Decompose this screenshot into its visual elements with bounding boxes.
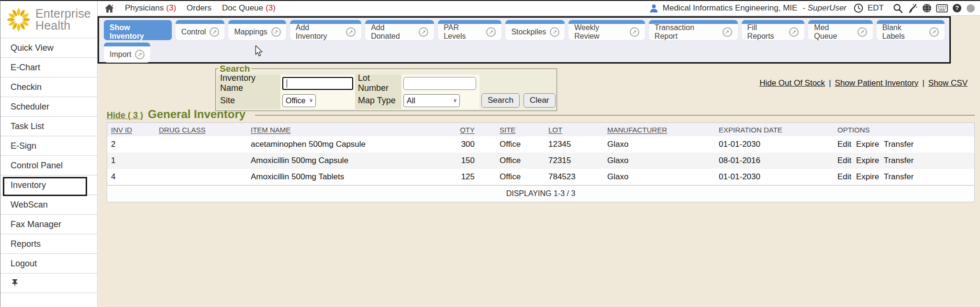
heading-rule	[255, 115, 975, 116]
tab-control[interactable]: Control↗	[176, 20, 225, 40]
external-link-icon[interactable]: ↗	[929, 27, 939, 37]
sidebar-item-quick-view[interactable]: Quick View	[0, 38, 97, 58]
topbar-nav-physicians[interactable]: Physicians(3)	[125, 3, 176, 13]
map-type-select[interactable]: All	[403, 94, 460, 107]
globe-icon[interactable]	[922, 3, 932, 13]
external-link-icon[interactable]: ↗	[630, 27, 639, 37]
tab-med-queue[interactable]: Med Queue↗	[808, 20, 872, 40]
home-icon[interactable]	[104, 4, 114, 13]
expire-link[interactable]: Expire	[856, 172, 879, 181]
tab-import[interactable]: Import↗	[104, 43, 150, 63]
topbar-nav-doc-queue[interactable]: Doc Queue(3)	[222, 3, 276, 13]
clock-icon[interactable]	[854, 3, 863, 13]
expire-link[interactable]: Expire	[856, 140, 879, 149]
expire-link[interactable]: Expire	[856, 156, 879, 165]
external-link-icon[interactable]: ↗	[135, 50, 145, 59]
lot-number-input[interactable]	[403, 77, 476, 90]
sidebar-item-scheduler[interactable]: Scheduler	[0, 97, 97, 117]
tab-fill-reports[interactable]: Fill Reports↗	[742, 20, 805, 40]
cell-qty: 150	[445, 153, 500, 169]
tab-transaction-report[interactable]: Transaction Report↗	[649, 20, 738, 40]
cell-qty: 300	[445, 136, 500, 153]
sidebar-item-webscan[interactable]: WebScan	[0, 195, 97, 215]
tab-show-inventory[interactable]: Show Inventory	[104, 20, 172, 40]
external-link-icon[interactable]: ↗	[346, 27, 356, 37]
sidebar-item-control-panel[interactable]: Control Panel	[0, 156, 97, 175]
transfer-link[interactable]: Transfer	[884, 172, 914, 181]
external-link-icon[interactable]: ↗	[419, 27, 428, 37]
col-item-name[interactable]: ITEM NAME	[251, 126, 290, 134]
external-link-icon[interactable]: ↗	[789, 27, 799, 37]
site-select-wrap: Office	[282, 94, 316, 107]
hide-count-link[interactable]: Hide ( 3 )	[107, 110, 143, 121]
sidebar-item-checkin[interactable]: Checkin	[0, 77, 97, 97]
edit-link[interactable]: Edit	[837, 172, 851, 181]
external-link-icon[interactable]: ↗	[271, 27, 281, 37]
tab-mappings[interactable]: Mappings↗	[228, 20, 286, 40]
cell-manufacturer: Glaxo	[607, 136, 719, 153]
inventory-table-container: INV ID DRUG CLASS ITEM NAME QTY SITE LOT…	[107, 122, 975, 202]
inventory-name-input[interactable]	[282, 77, 353, 90]
wand-icon[interactable]	[907, 3, 918, 13]
tab-add-inventory[interactable]: Add Inventory↗	[290, 20, 361, 40]
cell-expiration-date: 01-01-2030	[719, 169, 837, 186]
search-icon[interactable]	[893, 3, 903, 13]
cell-site: Office	[500, 169, 548, 186]
cell-expiration-date: 08-01-2016	[719, 153, 837, 169]
edit-link[interactable]: Edit	[837, 156, 851, 165]
transfer-link[interactable]: Transfer	[884, 156, 914, 165]
sidebar-pin-toggle[interactable]	[0, 274, 97, 293]
inventory-name-label: Inventory Name	[217, 75, 280, 92]
external-link-icon[interactable]: ↗	[550, 27, 559, 37]
tab-stockpiles[interactable]: Stockpiles↗	[505, 20, 565, 40]
cell-drug-class	[155, 153, 247, 169]
col-lot[interactable]: LOT	[548, 126, 562, 134]
cell-expiration-date: 01-01-2030	[719, 136, 837, 153]
tab-add-donated[interactable]: Add Donated↗	[365, 20, 434, 40]
hide-out-of-stock-link[interactable]: Hide Out Of Stock	[759, 78, 825, 88]
cell-lot: 72315	[548, 153, 607, 169]
edit-link[interactable]: Edit	[837, 140, 851, 149]
help-icon[interactable]: ?	[952, 3, 962, 13]
site-select[interactable]: Office	[282, 94, 316, 107]
external-link-icon[interactable]: ↗	[486, 27, 496, 37]
tab-par-levels[interactable]: PAR Levels↗	[438, 20, 501, 40]
show-patient-inventory-link[interactable]: Show Patient Inventory	[835, 78, 919, 88]
search-panel: Search Inventory Name Lot Number Site Of…	[215, 64, 557, 111]
col-expiration-date: EXPIRATION DATE	[719, 126, 782, 134]
quick-links: Hide Out Of Stock | Show Patient Invento…	[759, 78, 968, 88]
col-inv-id[interactable]: INV ID	[111, 126, 132, 134]
transfer-link[interactable]: Transfer	[884, 140, 914, 149]
lot-number-label: Lot Number	[355, 75, 401, 92]
sidebar-item-e-chart[interactable]: E-Chart	[0, 58, 97, 77]
cell-drug-class	[155, 169, 247, 186]
user-role: - SuperUser	[802, 3, 846, 13]
external-link-icon[interactable]: ↗	[210, 27, 219, 37]
sidebar-item-logout[interactable]: Logout	[0, 254, 97, 274]
topbar: Physicians(3) Orders Doc Queue(3) Medica…	[98, 1, 980, 16]
sidebar-item-task-list[interactable]: Task List	[0, 117, 97, 136]
col-drug-class[interactable]: DRUG CLASS	[159, 126, 206, 134]
tab-blank-labels[interactable]: Blank Labels↗	[877, 20, 945, 40]
user-name[interactable]: Medical Informatics Engineering, MIE	[663, 3, 798, 13]
main-content: Show Inventory Control↗ Mappings↗ Add In…	[98, 16, 980, 307]
search-button[interactable]: Search	[481, 93, 520, 108]
table-header-row: INV ID DRUG CLASS ITEM NAME QTY SITE LOT…	[107, 123, 974, 136]
tab-row-2: Import↗	[104, 43, 945, 63]
topbar-nav-orders[interactable]: Orders	[187, 3, 212, 13]
tab-weekly-review[interactable]: Weekly Review↗	[568, 20, 645, 40]
col-manufacturer[interactable]: MANUFACTURER	[607, 126, 667, 134]
sidebar-item-inventory[interactable]: Inventory	[0, 175, 97, 195]
show-csv-link[interactable]: Show CSV	[928, 78, 968, 88]
col-qty[interactable]: QTY	[460, 126, 475, 134]
keyboard-icon[interactable]	[936, 4, 948, 12]
external-link-icon[interactable]: ↗	[723, 27, 732, 37]
external-link-icon[interactable]: ↗	[858, 27, 867, 37]
col-site[interactable]: SITE	[500, 126, 515, 134]
sidebar-item-e-sign[interactable]: E-Sign	[0, 136, 97, 156]
cell-lot: 784523	[548, 169, 607, 186]
timezone-label: EDT	[868, 3, 884, 13]
sidebar-item-fax-manager[interactable]: Fax Manager	[0, 215, 97, 234]
clear-button[interactable]: Clear	[523, 93, 556, 108]
sidebar-item-reports[interactable]: Reports	[0, 234, 97, 254]
